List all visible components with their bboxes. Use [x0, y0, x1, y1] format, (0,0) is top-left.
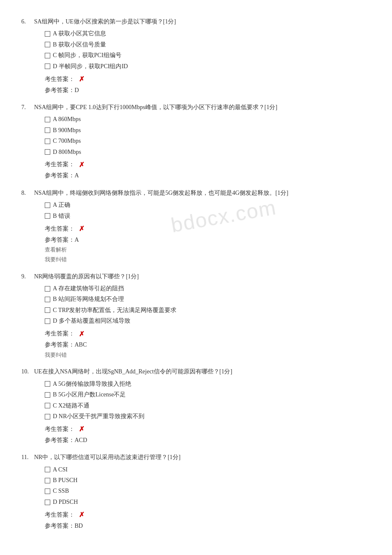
ref-answer: 参考答案：ACD: [45, 436, 371, 445]
option-row[interactable]: B 获取小区信号质量: [45, 40, 371, 49]
option-checkbox[interactable]: [45, 139, 50, 144]
question-title-row: 7.NSA组网中，要CPE 1.0达到下行1000Mbps峰值，以下哪项为小区下…: [21, 103, 371, 112]
student-answer-label: 考生答案：: [45, 329, 75, 338]
question-title-row: 9.NR网络弱覆盖的原因有以下哪些？[1分]: [21, 272, 371, 281]
option-row[interactable]: B 错误: [45, 211, 371, 221]
option-label: C X2链路不通: [53, 401, 89, 410]
question-title-row: 8.NSA组网中，终端侧收到网络侧释放指示，可能是5G侧发起释放，也可能是4G侧…: [21, 188, 371, 198]
question-text: NSA组网中，要CPE 1.0达到下行1000Mbps峰值，以下哪项为小区下行速…: [34, 103, 371, 112]
question-num: 8.: [21, 188, 34, 198]
option-row[interactable]: A 正确: [45, 200, 371, 210]
option-checkbox[interactable]: [45, 318, 50, 324]
option-checkbox[interactable]: [45, 286, 50, 292]
question-title-row: 10.UE在接入NSA网络时，出现SgNB_Add_Reject信令的可能原因有…: [21, 367, 371, 376]
option-checkbox[interactable]: [45, 297, 50, 302]
option-checkbox[interactable]: [45, 53, 50, 58]
option-checkbox[interactable]: [45, 149, 50, 155]
options-list: A CSIB PUSCHC SSBD PDSCH: [45, 465, 371, 507]
option-row[interactable]: D NR小区受干扰严重导致搜索不到: [45, 412, 371, 421]
option-label: B 站间距等网络规划不合理: [53, 295, 124, 304]
option-checkbox[interactable]: [45, 64, 50, 69]
option-row[interactable]: C 帧同步，获取PCI组编号: [45, 51, 371, 60]
option-label: D 半帧同步，获取PCI组内ID: [53, 62, 128, 71]
ref-answer: 参考答案：D: [45, 86, 371, 95]
question-num: 10.: [21, 367, 34, 376]
student-answer-row: 考生答案：✗: [45, 329, 371, 340]
option-row[interactable]: A 5G侧传输故障导致接入拒绝: [45, 379, 371, 389]
question-text: SA组网中，UE做小区搜索的第一步是以下哪项？[1分]: [34, 17, 371, 26]
option-row[interactable]: C TRP发射功率配置低，无法满足网络覆盖要求: [45, 306, 371, 315]
option-row[interactable]: A CSI: [45, 465, 371, 474]
option-label: B 5G小区用户数License不足: [53, 390, 126, 399]
option-checkbox[interactable]: [45, 414, 50, 419]
option-checkbox[interactable]: [45, 478, 50, 483]
option-label: B 错误: [53, 211, 70, 221]
option-row[interactable]: C 700Mbps: [45, 136, 371, 146]
question-block: 10.UE在接入NSA网络时，出现SgNB_Add_Reject信令的可能原因有…: [21, 367, 371, 445]
option-row[interactable]: D 半帧同步，获取PCI组内ID: [45, 62, 371, 71]
options-list: A 860MbpsB 900MbpsC 700MbpsD 800Mbps: [45, 115, 371, 157]
option-label: A 860Mbps: [53, 115, 81, 124]
option-row[interactable]: B PUSCH: [45, 476, 371, 485]
option-checkbox[interactable]: [45, 403, 50, 408]
option-label: C 帧同步，获取PCI组编号: [53, 51, 121, 60]
option-label: D PDSCH: [53, 497, 78, 507]
option-row[interactable]: C X2链路不通: [45, 401, 371, 410]
student-answer-row: 考生答案：✗: [45, 74, 371, 85]
option-row[interactable]: D 800Mbps: [45, 147, 371, 157]
option-row[interactable]: D PDSCH: [45, 497, 371, 507]
wrong-mark-icon: ✗: [79, 159, 84, 171]
ref-answer: 参考答案：A: [45, 235, 371, 245]
option-checkbox[interactable]: [45, 117, 50, 122]
option-row[interactable]: B 5G小区用户数License不足: [45, 390, 371, 399]
option-row[interactable]: A 存在建筑物等引起的阻挡: [45, 284, 371, 293]
correct-link[interactable]: 我要纠错: [45, 351, 371, 360]
option-label: A 5G侧传输故障导致接入拒绝: [53, 379, 131, 389]
option-row[interactable]: B 站间距等网络规划不合理: [45, 295, 371, 304]
option-label: A 存在建筑物等引起的阻挡: [53, 284, 124, 293]
correct-link[interactable]: 我要纠错: [45, 255, 371, 264]
option-label: D 800Mbps: [53, 147, 81, 157]
option-checkbox[interactable]: [45, 307, 50, 313]
question-num: 6.: [21, 17, 34, 26]
options-list: A 存在建筑物等引起的阻挡B 站间距等网络规划不合理C TRP发射功率配置低，无…: [45, 284, 371, 326]
option-label: B 900Mbps: [53, 126, 81, 135]
option-checkbox[interactable]: [45, 489, 50, 494]
option-checkbox[interactable]: [45, 467, 50, 472]
student-answer-label: 考生答案：: [45, 510, 75, 520]
question-text: NR中，以下哪些信道可以采用动态波束进行管理？[1分]: [34, 453, 371, 462]
question-text: UE在接入NSA网络时，出现SgNB_Add_Reject信令的可能原因有哪些？…: [34, 367, 371, 376]
option-label: B 获取小区信号质量: [53, 40, 106, 49]
option-label: A CSI: [53, 465, 68, 474]
question-num: 11.: [21, 453, 34, 462]
wrong-mark-icon: ✗: [79, 223, 84, 234]
question-block: 7.NSA组网中，要CPE 1.0达到下行1000Mbps峰值，以下哪项为小区下…: [21, 103, 371, 181]
option-label: A 获取小区其它信息: [53, 29, 106, 38]
student-answer-row: 考生答案：✗: [45, 509, 371, 520]
student-answer-label: 考生答案：: [45, 75, 75, 84]
wrong-mark-icon: ✗: [79, 329, 84, 340]
option-row[interactable]: A 860Mbps: [45, 115, 371, 124]
option-checkbox[interactable]: [45, 42, 50, 47]
option-checkbox[interactable]: [45, 500, 50, 505]
option-checkbox[interactable]: [45, 127, 50, 133]
student-answer-row: 考生答案：✗: [45, 424, 371, 435]
option-label: D 多个基站覆盖相同区域导致: [53, 316, 130, 326]
option-row[interactable]: B 900Mbps: [45, 126, 371, 135]
option-row[interactable]: A 获取小区其它信息: [45, 29, 371, 38]
option-row[interactable]: D 多个基站覆盖相同区域导致: [45, 316, 371, 326]
option-checkbox[interactable]: [45, 392, 50, 398]
option-row[interactable]: C SSB: [45, 486, 371, 496]
analysis-link[interactable]: 查看解析: [45, 246, 371, 254]
question-title-row: 6.SA组网中，UE做小区搜索的第一步是以下哪项？[1分]: [21, 17, 371, 26]
option-checkbox[interactable]: [45, 31, 50, 37]
wrong-mark-icon: ✗: [79, 74, 84, 85]
student-answer-row: 考生答案：✗: [45, 223, 371, 234]
option-checkbox[interactable]: [45, 213, 50, 219]
question-text: NSA组网中，终端侧收到网络侧释放指示，可能是5G侧发起释放，也可能是4G侧发起…: [34, 188, 371, 198]
question-num: 7.: [21, 103, 34, 112]
question-block: 6.SA组网中，UE做小区搜索的第一步是以下哪项？[1分]A 获取小区其它信息B…: [21, 17, 371, 95]
option-checkbox[interactable]: [45, 381, 50, 387]
student-answer-label: 考生答案：: [45, 425, 75, 434]
option-checkbox[interactable]: [45, 202, 50, 208]
